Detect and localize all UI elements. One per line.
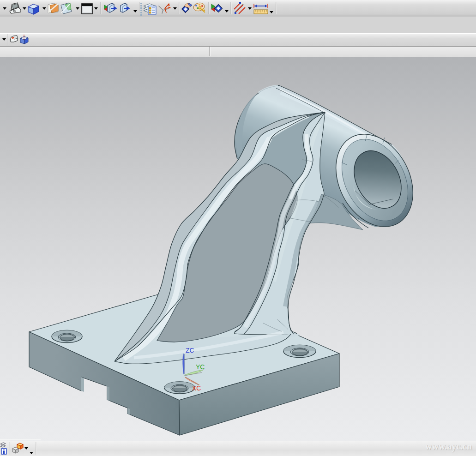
svg-text:YC: YC (196, 363, 205, 371)
svg-text:XC: XC (192, 384, 201, 392)
svg-text:ZC: ZC (186, 347, 194, 354)
